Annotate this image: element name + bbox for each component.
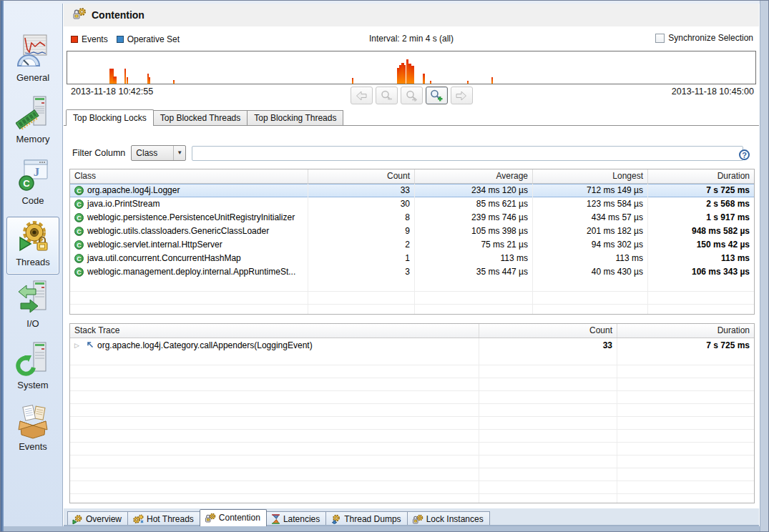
locks-table-row[interactable]: Cweblogic.management.deploy.internal.App… [70,265,754,279]
back-button[interactable] [351,87,373,104]
locks-table-row[interactable]: Cjava.io.PrintStream3085 ms 621 µs123 ms… [70,197,754,211]
empty-row [70,443,754,455]
overview-icon [72,514,83,524]
class-name: weblogic.servlet.internal.HttpServer [87,238,222,252]
event-bar [423,74,425,84]
filter-column-dropdown[interactable]: Class ▼ [131,145,186,161]
column-header-average[interactable]: Average [415,169,533,183]
sidebar-item-events[interactable]: Events [6,401,59,459]
filter-row: Filter Column Class ▼ [72,145,743,161]
threads-icon [16,217,50,256]
sidebar-item-io[interactable]: I/O [6,278,59,336]
sidebar-item-label: General [16,72,49,83]
column-header-count[interactable]: Count [308,169,415,183]
tab-lock-instances[interactable]: Lock Instances [407,511,490,526]
column-header-duration[interactable]: Duration [648,169,754,183]
sidebar-item-code[interactable]: J C Code [6,155,59,213]
stack-frame-text: org.apache.log4j.Category.callAppenders(… [97,338,313,353]
filter-column-label: Filter Column [72,148,125,158]
tab-label: Thread Dumps [344,514,401,524]
class-icon: C [74,213,84,222]
duration-cell: 150 ms 42 µs [648,238,754,252]
memory-icon [16,94,50,133]
average-cell: 234 ms 120 µs [415,184,533,197]
forward-button[interactable] [451,87,473,104]
tab-contention[interactable]: Contention [200,509,267,526]
locks-table-row[interactable]: Cweblogic.utils.classloaders.GenericClas… [70,225,754,238]
average-cell: 75 ms 21 µs [415,238,533,252]
stack-trace-row[interactable]: ▷ org.apache.log4j.Category.callAppender… [70,338,754,353]
class-name: weblogic.management.deploy.internal.AppR… [87,265,295,279]
longest-cell: 123 ms 584 µs [533,197,648,211]
contention-icon [205,513,216,523]
count-cell: 1 [308,252,415,265]
empty-row [70,455,754,468]
tab-hot-threads[interactable]: Hot Threads [127,511,200,526]
empty-row [70,430,754,443]
locks-table-row[interactable]: Corg.apache.log4j.Logger33234 ms 120 µs7… [70,184,754,197]
range-legend-row: Events Operative Set Interval: 2 min 4 s… [64,32,759,46]
tab-top-blocking-locks[interactable]: Top Blocking Locks [66,109,154,126]
duration-cell: 113 ms [648,252,754,265]
sidebar-item-threads[interactable]: Threads [6,217,59,275]
empty-row [70,417,754,430]
hot-threads-icon [132,514,144,524]
class-icon: C [74,254,84,263]
average-cell: 113 ms [415,252,533,265]
empty-row [70,292,754,305]
empty-row [70,481,754,494]
column-header-class[interactable]: Class [70,169,308,183]
svg-text:C: C [23,178,30,189]
tab-overview[interactable]: Overview [67,511,128,526]
event-bar [127,77,128,84]
event-bar [352,78,353,84]
class-cell: Cjava.io.PrintStream [70,197,308,211]
count-cell: 3 [308,265,415,279]
tab-latencies[interactable]: Latencies [266,511,326,526]
timeline-chart[interactable] [67,51,756,84]
filter-input[interactable] [192,146,743,161]
locks-table-body: Corg.apache.log4j.Logger33234 ms 120 µs7… [70,184,754,315]
column-header-duration[interactable]: Duration [617,324,754,338]
empty-row [70,468,754,481]
locks-table-row[interactable]: Cweblogic.persistence.PersistenceUnitReg… [70,211,754,225]
sidebar-item-memory[interactable]: Memory [6,94,59,152]
longest-cell: 201 ms 182 µs [533,225,648,238]
tab-group-sidebar: General Memory [4,4,63,526]
column-header-longest[interactable]: Longest [533,169,648,183]
count-cell: 9 [308,225,415,238]
page-header: Contention [64,4,759,26]
class-name: java.io.PrintStream [87,197,160,211]
tab-top-blocked-threads[interactable]: Top Blocked Threads [153,110,248,125]
tab-thread-dumps[interactable]: Thread Dumps [325,511,407,526]
zoom-in-button[interactable] [426,87,448,104]
zoom-out-button[interactable] [376,87,398,104]
help-icon[interactable]: ? [739,149,750,160]
locks-table-row[interactable]: Cjava.util.concurrent.ConcurrentHashMap1… [70,252,754,265]
column-header-stack-trace[interactable]: Stack Trace [70,324,479,338]
thread-dumps-icon [330,514,341,524]
empty-row [70,494,754,503]
stack-trace-header: Stack Trace Count Duration [70,324,754,338]
lock-instances-icon [412,514,423,524]
blocking-locks-table: Class Count Average Longest Duration Cor… [69,169,755,315]
class-icon: C [74,267,84,277]
class-icon: C [74,227,84,236]
column-header-count[interactable]: Count [479,324,617,338]
tab-label: Latencies [283,514,320,524]
stack-duration-cell: 7 s 725 ms [617,338,754,353]
tab-top-blocking-threads[interactable]: Top Blocking Threads [247,110,343,125]
expand-arrow-icon[interactable]: ▷ [74,338,82,353]
locks-table-row[interactable]: Cweblogic.servlet.internal.HttpServer275… [70,238,754,252]
zoom-to-selection-button[interactable] [401,87,423,104]
synchronize-selection-checkbox[interactable] [655,34,665,43]
event-bar [491,77,493,84]
sidebar-item-system[interactable]: System [6,340,59,398]
empty-row [70,305,754,315]
longest-cell: 113 ms [533,252,648,265]
interval-label: Interval: 2 min 4 s (all) [64,34,759,44]
class-icon: C [74,186,84,195]
sidebar-item-general[interactable]: General [6,32,59,90]
duration-cell: 948 ms 582 µs [648,225,754,238]
chevron-down-icon: ▼ [173,146,185,160]
